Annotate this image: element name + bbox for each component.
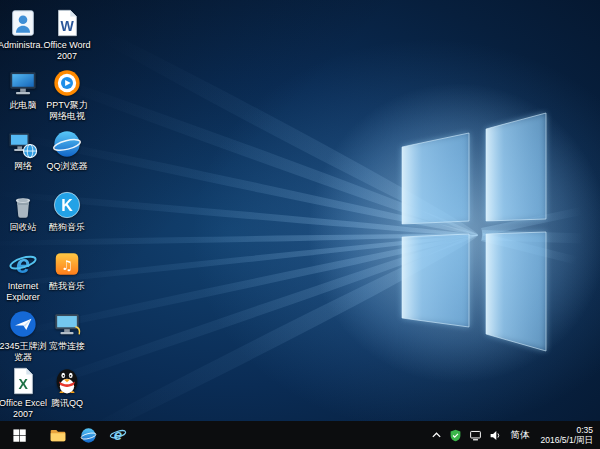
desktop-icon-label: Internet Explorer	[0, 281, 48, 302]
svg-text:X: X	[19, 376, 29, 392]
desktop-icon-label: 回收站	[0, 222, 48, 233]
desktop-icon-label: 酷我音乐	[42, 281, 92, 292]
system-tray: 简体 0:35 2016/5/1/周日	[431, 421, 600, 449]
network-icon	[8, 129, 38, 159]
excel-icon: X	[8, 366, 38, 396]
internet-explorer-taskbar-button[interactable]: e	[103, 421, 133, 449]
desktop-icon-label: PPTV聚力 网络电视	[42, 100, 92, 121]
qq-penguin-icon	[52, 366, 82, 396]
folder-icon	[49, 426, 67, 444]
svg-text:e: e	[16, 250, 30, 278]
internet-explorer-icon: e	[8, 249, 38, 279]
desktop-icon-label: Office Word 2007	[42, 40, 92, 61]
qq-browser-taskbar-button[interactable]	[73, 421, 103, 449]
svg-text:♫: ♫	[61, 258, 73, 273]
desktop-icon-label: Administra...	[0, 40, 48, 51]
taskbar: e 简体 0:35 2016/5/1/周日	[0, 421, 600, 449]
hidden-icons-chevron[interactable]	[431, 430, 442, 441]
desktop-icon-label: 宽带连接	[42, 341, 92, 352]
desktop-icon-office-word[interactable]: W Office Word 2007	[42, 8, 92, 61]
this-pc-icon	[8, 68, 38, 98]
svg-text:W: W	[61, 18, 75, 34]
desktop-icon-pptv[interactable]: PPTV聚力 网络电视	[42, 68, 92, 121]
recycle-bin-icon	[8, 190, 38, 220]
file-explorer-button[interactable]	[43, 421, 73, 449]
desktop-icon-administrator[interactable]: Administra...	[0, 8, 48, 51]
desktop-icon-label: 腾讯QQ	[42, 398, 92, 409]
pptv-icon	[52, 68, 82, 98]
word-icon: W	[52, 8, 82, 38]
desktop-icon-2345-browser[interactable]: 2345王牌浏览器	[0, 309, 48, 362]
desktop-icon-qq-browser[interactable]: QQ浏览器	[42, 129, 92, 172]
desktop-icon-office-excel[interactable]: X Office Excel 2007	[0, 366, 48, 419]
clock-time: 0:35	[541, 425, 593, 435]
desktop-icon-label: 酷狗音乐	[42, 222, 92, 233]
2345-browser-icon	[8, 309, 38, 339]
desktop-icon-label: QQ浏览器	[42, 161, 92, 172]
qq-browser-icon	[52, 129, 82, 159]
qq-browser-icon	[80, 427, 97, 444]
clock-date: 2016/5/1/周日	[541, 435, 593, 445]
desktop-icon-label: 2345王牌浏览器	[0, 341, 48, 362]
internet-explorer-icon: e	[109, 426, 127, 444]
desktop-icon-label: 网络	[0, 161, 48, 172]
windows-desktop[interactable]: Administra... 此电脑 网络 回收站 e Internet Expl…	[0, 0, 600, 449]
windows-start-icon	[12, 428, 27, 443]
security-shield-icon[interactable]	[449, 429, 462, 442]
svg-text:K: K	[61, 197, 73, 214]
user-account-folder-icon	[8, 8, 38, 38]
desktop-icon-label: 此电脑	[0, 100, 48, 111]
volume-tray-icon[interactable]	[489, 429, 502, 442]
desktop-icon-recycle-bin[interactable]: 回收站	[0, 190, 48, 233]
broadband-connection-icon	[52, 309, 82, 339]
kugou-icon: K	[52, 190, 82, 220]
desktop-icon-this-pc[interactable]: 此电脑	[0, 68, 48, 111]
desktop-icon-network[interactable]: 网络	[0, 129, 48, 172]
input-method-indicator[interactable]: 简体	[509, 429, 532, 442]
desktop-icon-label: Office Excel 2007	[0, 398, 48, 419]
start-button[interactable]	[0, 421, 38, 449]
desktop-icon-kuwo[interactable]: ♫ 酷我音乐	[42, 249, 92, 292]
network-tray-icon[interactable]	[469, 429, 482, 442]
svg-text:e: e	[114, 426, 123, 443]
desktop-icon-tencent-qq[interactable]: 腾讯QQ	[42, 366, 92, 409]
desktop-icon-kugou[interactable]: K 酷狗音乐	[42, 190, 92, 233]
desktop-icon-internet-explorer[interactable]: e Internet Explorer	[0, 249, 48, 302]
kuwo-icon: ♫	[52, 249, 82, 279]
desktop-icon-broadband[interactable]: 宽带连接	[42, 309, 92, 352]
taskbar-clock[interactable]: 0:35 2016/5/1/周日	[539, 425, 593, 445]
